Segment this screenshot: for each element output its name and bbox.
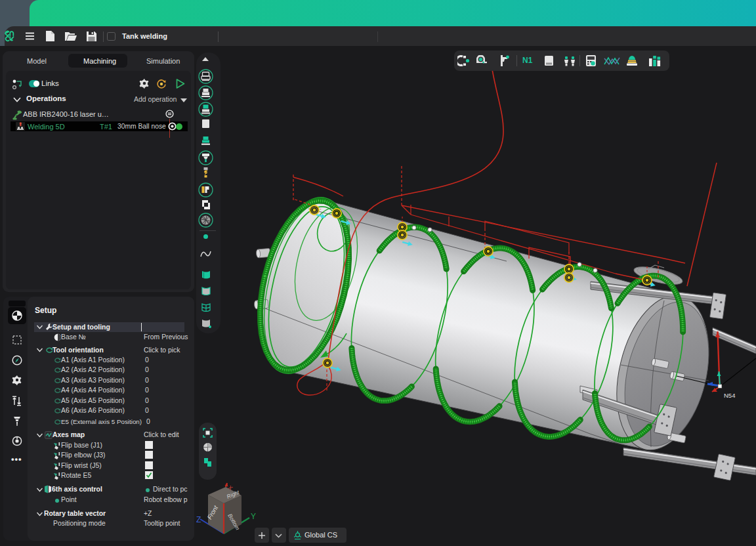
svg-text:Y: Y: [251, 512, 256, 521]
svg-text:N54: N54: [724, 392, 735, 399]
svg-text:Z: Z: [196, 515, 201, 524]
